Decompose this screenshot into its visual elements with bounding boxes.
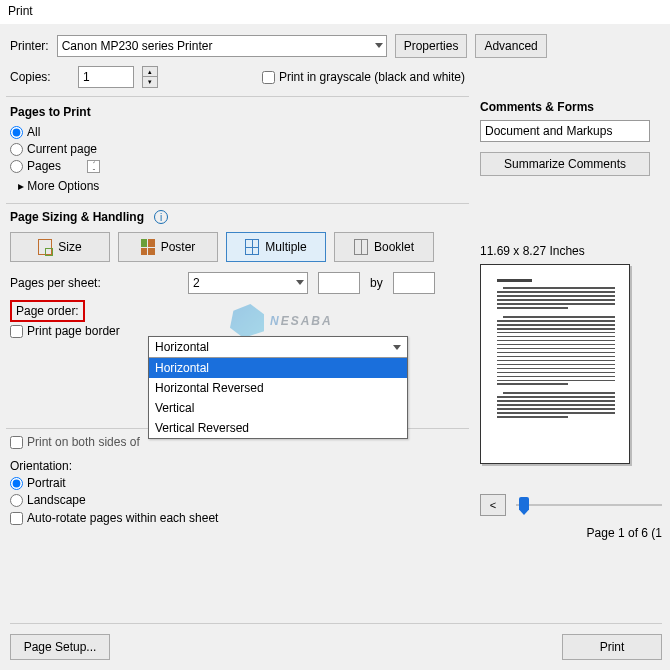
copies-label: Copies: bbox=[10, 70, 70, 84]
copies-up[interactable]: ▴ bbox=[143, 67, 157, 77]
print-dialog-body: Printer: Canon MP230 series Printer Prop… bbox=[0, 24, 670, 670]
sizing-segment: Size Poster Multiple Booklet bbox=[10, 232, 465, 262]
copies-spinner: ▴ ▾ bbox=[142, 66, 158, 88]
page-order-option-vertical-reversed[interactable]: Vertical Reversed bbox=[149, 418, 407, 438]
page-order-option-vertical[interactable]: Vertical bbox=[149, 398, 407, 418]
multiple-button-label: Multiple bbox=[265, 240, 306, 254]
radio-current[interactable] bbox=[10, 143, 23, 156]
both-sides-label: Print on both sides of bbox=[27, 435, 140, 449]
info-icon[interactable]: i bbox=[154, 210, 168, 224]
preview-prev-button[interactable]: < bbox=[480, 494, 506, 516]
radio-current-row[interactable]: Current page bbox=[10, 142, 465, 156]
preview-slider-thumb[interactable] bbox=[519, 497, 529, 515]
comments-forms-value: Document and Markups bbox=[485, 124, 612, 138]
radio-landscape-row[interactable]: Landscape bbox=[10, 493, 465, 507]
bottom-bar: Page Setup... Print bbox=[10, 623, 662, 660]
printer-label: Printer: bbox=[10, 39, 49, 53]
window-title: Print bbox=[0, 0, 670, 22]
both-sides-checkbox[interactable] bbox=[10, 436, 23, 449]
multiple-button[interactable]: Multiple bbox=[226, 232, 326, 262]
size-button[interactable]: Size bbox=[10, 232, 110, 262]
watermark: NESABA bbox=[230, 304, 333, 338]
sizing-title: Page Sizing & Handling bbox=[10, 210, 144, 224]
size-icon bbox=[38, 239, 52, 255]
radio-pages-row[interactable]: Pages bbox=[10, 159, 465, 173]
grayscale-label: Print in grayscale (black and white) bbox=[279, 70, 465, 84]
watermark-n: N bbox=[270, 314, 281, 328]
summarize-comments-button[interactable]: Summarize Comments bbox=[480, 152, 650, 176]
autorotate-checkbox[interactable] bbox=[10, 512, 23, 525]
more-options-toggle[interactable]: More Options bbox=[18, 179, 465, 193]
comments-forms-title: Comments & Forms bbox=[480, 100, 662, 114]
orientation-label: Orientation: bbox=[10, 459, 465, 473]
page-order-option-horizontal[interactable]: Horizontal bbox=[149, 358, 407, 378]
autorotate-row[interactable]: Auto-rotate pages within each sheet bbox=[10, 511, 465, 525]
left-column: Printer: Canon MP230 series Printer Prop… bbox=[10, 34, 465, 525]
poster-button[interactable]: Poster bbox=[118, 232, 218, 262]
radio-current-label: Current page bbox=[27, 142, 97, 156]
preview-page-count: Page 1 of 6 (1 bbox=[480, 526, 662, 540]
preview-slider-track[interactable] bbox=[516, 504, 662, 506]
radio-pages[interactable] bbox=[10, 160, 23, 173]
custom-cols-input[interactable] bbox=[318, 272, 360, 294]
page-setup-button[interactable]: Page Setup... bbox=[10, 634, 110, 660]
custom-rows-input[interactable] bbox=[393, 272, 435, 294]
pages-to-print-title: Pages to Print bbox=[10, 105, 465, 119]
page-order-label: Page order: bbox=[16, 304, 79, 318]
watermark-rest: ESABA bbox=[281, 314, 333, 328]
right-column: Comments & Forms Document and Markups Su… bbox=[480, 36, 662, 540]
poster-icon bbox=[141, 239, 155, 255]
booklet-button[interactable]: Booklet bbox=[334, 232, 434, 262]
radio-portrait-row[interactable]: Portrait bbox=[10, 476, 465, 490]
pages-range-input[interactable] bbox=[87, 160, 100, 173]
page-order-label-wrap: Page order: bbox=[10, 304, 140, 318]
preview-dimensions: 11.69 x 8.27 Inches bbox=[480, 244, 662, 258]
multiple-icon bbox=[245, 239, 259, 255]
print-border-label: Print page border bbox=[27, 324, 120, 338]
comments-forms-select[interactable]: Document and Markups bbox=[480, 120, 650, 142]
page-order-option-horizontal-reversed[interactable]: Horizontal Reversed bbox=[149, 378, 407, 398]
radio-portrait-label: Portrait bbox=[27, 476, 66, 490]
print-button[interactable]: Print bbox=[562, 634, 662, 660]
booklet-icon bbox=[354, 239, 368, 255]
poster-button-label: Poster bbox=[161, 240, 196, 254]
watermark-logo-icon bbox=[230, 304, 264, 338]
size-button-label: Size bbox=[58, 240, 81, 254]
properties-button[interactable]: Properties bbox=[395, 34, 468, 58]
page-order-highlight: Page order: bbox=[10, 300, 85, 322]
copies-down[interactable]: ▾ bbox=[143, 77, 157, 87]
print-border-checkbox[interactable] bbox=[10, 325, 23, 338]
radio-all-row[interactable]: All bbox=[10, 125, 465, 139]
grayscale-checkbox-row[interactable]: Print in grayscale (black and white) bbox=[262, 70, 465, 84]
radio-pages-label: Pages bbox=[27, 159, 83, 173]
printer-select[interactable]: Canon MP230 series Printer bbox=[57, 35, 387, 57]
radio-landscape[interactable] bbox=[10, 494, 23, 507]
radio-landscape-label: Landscape bbox=[27, 493, 86, 507]
autorotate-label: Auto-rotate pages within each sheet bbox=[27, 511, 218, 525]
by-label: by bbox=[370, 276, 383, 290]
page-order-current[interactable]: Horizontal bbox=[149, 337, 407, 358]
pps-select[interactable]: 2 bbox=[188, 272, 308, 294]
page-order-dropdown: Horizontal Horizontal Horizontal Reverse… bbox=[148, 336, 408, 439]
printer-select-wrap: Canon MP230 series Printer bbox=[57, 35, 387, 57]
page-preview bbox=[480, 264, 630, 464]
booklet-button-label: Booklet bbox=[374, 240, 414, 254]
radio-all-label: All bbox=[27, 125, 40, 139]
copies-input[interactable] bbox=[78, 66, 134, 88]
radio-portrait[interactable] bbox=[10, 477, 23, 490]
pps-label: Pages per sheet: bbox=[10, 276, 150, 290]
grayscale-checkbox[interactable] bbox=[262, 71, 275, 84]
radio-all[interactable] bbox=[10, 126, 23, 139]
